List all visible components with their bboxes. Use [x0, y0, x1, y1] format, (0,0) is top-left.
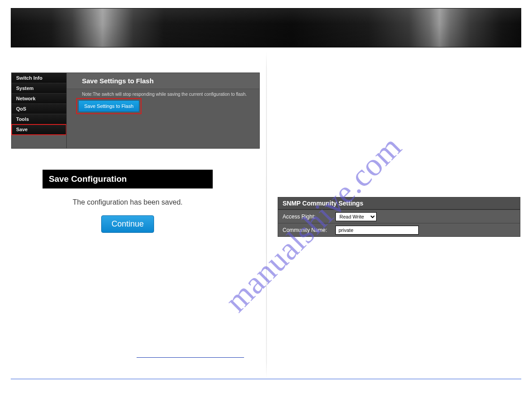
page-divider — [266, 51, 267, 378]
sidebar-item-save[interactable]: Save — [12, 124, 66, 135]
sidebar-item-qos[interactable]: QoS — [12, 104, 66, 114]
snmp-panel-title: SNMP Community Settings — [278, 197, 520, 210]
sidebar-item-switch-info[interactable]: Switch Info — [12, 73, 66, 83]
snmp-row-community-name: Community Name: — [278, 223, 520, 236]
save-panel: Save Settings to Flash Note:The switch w… — [66, 73, 259, 148]
sidebar-item-tools[interactable]: Tools — [12, 114, 66, 124]
dialog-message: The configuration has been saved. — [47, 198, 208, 206]
snmp-community-settings-panel: SNMP Community Settings Access Right: Re… — [278, 197, 520, 237]
save-settings-screenshot: Switch Info System Network QoS Tools Sav… — [12, 73, 259, 148]
blank-link-underline — [137, 357, 244, 358]
dialog-title: Save Configuration — [43, 170, 213, 188]
access-right-label: Access Right: — [278, 214, 335, 220]
continue-button[interactable]: Continue — [101, 215, 154, 233]
save-panel-note: Note:The switch will stop responding whi… — [67, 89, 259, 97]
save-configuration-dialog: Save Configuration The configuration has… — [43, 170, 213, 245]
sidebar-item-network[interactable]: Network — [12, 94, 66, 104]
snmp-row-access-right: Access Right: Read Write — [278, 210, 520, 223]
sidebar-item-system[interactable]: System — [12, 83, 66, 94]
bottom-rule — [11, 379, 521, 379]
community-name-input[interactable] — [335, 226, 419, 235]
sidebar: Switch Info System Network QoS Tools Sav… — [12, 73, 66, 135]
save-panel-title: Save Settings to Flash — [67, 73, 259, 89]
header-banner — [11, 8, 521, 47]
community-name-label: Community Name: — [278, 227, 335, 233]
access-right-select[interactable]: Read Write — [335, 212, 377, 221]
save-settings-to-flash-button[interactable]: Save Settings to Flash — [78, 100, 139, 112]
save-button-highlight: Save Settings to Flash — [78, 100, 139, 112]
